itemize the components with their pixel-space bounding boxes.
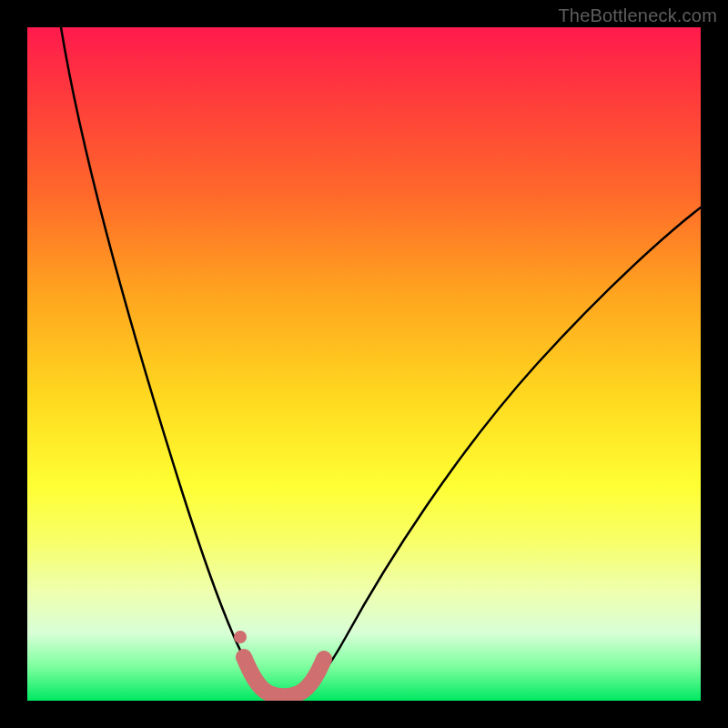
bottleneck-curve — [61, 27, 701, 696]
optimal-range-highlight — [244, 657, 324, 696]
plot-area — [27, 27, 701, 701]
watermark-text: TheBottleneck.com — [558, 5, 717, 26]
highlight-dot — [234, 631, 247, 643]
curve-layer — [27, 27, 701, 701]
chart-frame: TheBottleneck.com — [0, 0, 728, 728]
